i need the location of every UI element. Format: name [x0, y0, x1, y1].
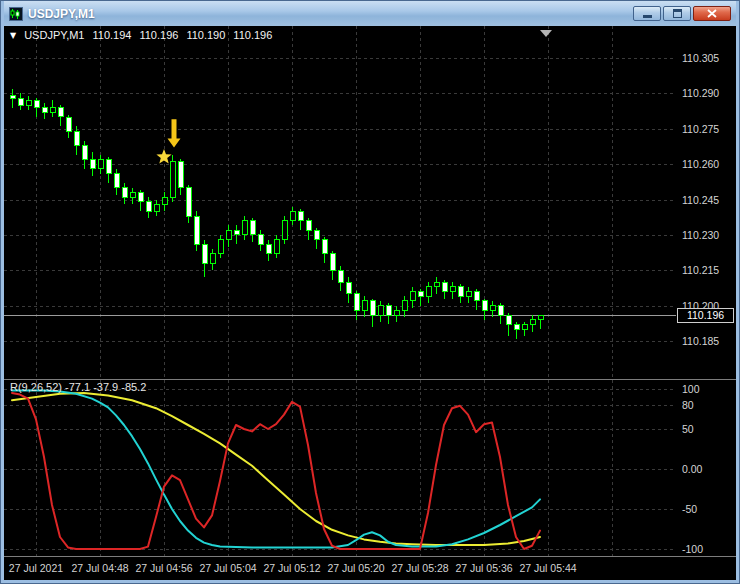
time-axis-label[interactable]: 27 Jul 05:04 — [199, 562, 256, 574]
ohlc-readout: ▼ USDJPY,M1 110.194 110.196 110.190 110.… — [10, 29, 272, 41]
candle-body — [346, 282, 351, 294]
window-controls — [633, 6, 731, 21]
candle-body — [154, 204, 159, 211]
candle-body — [338, 270, 343, 282]
candle-body — [90, 159, 95, 168]
candle-body — [394, 310, 399, 315]
candle-body — [386, 306, 391, 315]
minimize-icon — [643, 15, 652, 18]
minimize-button[interactable] — [633, 6, 661, 21]
price-axis-label[interactable]: 110.305 — [682, 52, 719, 64]
candle-body — [202, 244, 207, 263]
chart-shift-marker[interactable] — [540, 30, 552, 37]
candle-body — [306, 221, 311, 230]
candle-body — [194, 216, 199, 244]
price-axis-label[interactable]: 110.290 — [682, 87, 719, 99]
time-axis-label[interactable]: 27 Jul 05:36 — [455, 562, 512, 574]
time-axis-label[interactable]: 27 Jul 2021 — [9, 562, 63, 574]
candle-body — [66, 117, 71, 131]
candle-body — [442, 282, 447, 291]
candle-body — [506, 315, 511, 324]
window-title: USDJPY,M1 — [28, 7, 95, 21]
down-arrow-annotation[interactable] — [168, 119, 181, 147]
time-axis-label[interactable]: 27 Jul 05:44 — [519, 562, 576, 574]
candle-body — [402, 301, 407, 310]
indicator-line-red — [12, 393, 540, 549]
candle-body — [418, 292, 423, 297]
candle-body — [514, 325, 519, 330]
price-axis-label[interactable]: 110.185 — [682, 335, 719, 347]
price-axis-label[interactable]: 110.260 — [682, 158, 719, 170]
current-price-tag: 110.196 — [677, 308, 734, 323]
candle-body — [426, 287, 431, 296]
candle-body — [434, 282, 439, 287]
candle-body — [258, 235, 263, 244]
indicator-axis-label[interactable]: 100 — [682, 383, 700, 395]
candle-body — [314, 230, 319, 239]
maximize-icon — [673, 9, 682, 18]
candle-body — [106, 159, 111, 173]
header-close: 110.196 — [233, 29, 272, 41]
candle-body — [530, 320, 535, 325]
chart-window-icon — [9, 7, 23, 21]
header-high: 110.196 — [139, 29, 178, 41]
price-axis-label[interactable]: 110.245 — [682, 194, 719, 206]
candle-body — [26, 100, 31, 105]
candle-body — [170, 162, 175, 197]
title-bar[interactable]: USDJPY,M1 — [4, 1, 736, 26]
candle-body — [354, 294, 359, 311]
time-axis-label[interactable]: 27 Jul 04:56 — [135, 562, 192, 574]
candle-body — [42, 108, 47, 113]
candle-body — [282, 221, 287, 240]
candle-body — [122, 188, 127, 197]
price-axis-label[interactable]: 110.215 — [682, 264, 719, 276]
candle-body — [162, 197, 167, 204]
candle-body — [274, 240, 279, 254]
candle-body — [466, 292, 471, 297]
candle-body — [34, 100, 39, 107]
time-axis-label[interactable]: 27 Jul 04:48 — [71, 562, 128, 574]
candle-body — [218, 240, 223, 254]
mt4-chart-window: USDJPY,M1 110.305110.290110.275110.26011… — [0, 0, 740, 584]
symbol-dropdown-arrow-icon[interactable]: ▼ — [10, 31, 16, 40]
candle-body — [266, 244, 271, 253]
header-symbol: USDJPY,M1 — [24, 29, 84, 41]
close-icon — [707, 9, 717, 18]
close-button[interactable] — [693, 6, 731, 21]
candle-body — [250, 221, 255, 235]
time-axis-label[interactable]: 27 Jul 05:28 — [391, 562, 448, 574]
time-axis-label[interactable]: 27 Jul 05:12 — [263, 562, 320, 574]
maximize-button[interactable] — [663, 6, 691, 21]
price-axis-label[interactable]: 110.230 — [682, 229, 719, 241]
candle-body — [410, 292, 415, 301]
candle-body — [378, 306, 383, 315]
indicator-axis-label[interactable]: 50 — [682, 423, 694, 435]
time-axis-label[interactable]: 27 Jul 05:20 — [327, 562, 384, 574]
price-axis-label[interactable]: 110.275 — [682, 123, 719, 135]
candle-body — [322, 240, 327, 254]
star-annotation[interactable] — [156, 149, 171, 163]
candle-body — [242, 221, 247, 235]
indicator-axis-label[interactable]: 80 — [682, 399, 694, 411]
candle-body — [474, 292, 479, 301]
chart-canvas[interactable]: 110.305110.290110.275110.260110.245110.2… — [4, 26, 736, 580]
candle-body — [234, 230, 239, 235]
indicator-axis-label[interactable]: -100 — [682, 543, 703, 555]
candle-body — [226, 230, 231, 239]
candle-body — [50, 108, 55, 113]
candle-body — [178, 162, 183, 188]
candle-body — [98, 159, 103, 168]
candle-body — [290, 211, 295, 220]
header-open: 110.194 — [92, 29, 131, 41]
indicator-axis-label[interactable]: -50 — [682, 503, 697, 515]
candle-body — [362, 301, 367, 310]
candle-body — [370, 301, 375, 315]
candle-body — [482, 301, 487, 310]
indicator-axis-label[interactable]: 0.00 — [682, 463, 703, 475]
candle-body — [450, 287, 455, 292]
indicator-label: R(9,26,52) -77.1 -37.9 -85.2 — [10, 381, 146, 393]
candle-body — [298, 211, 303, 220]
candle-body — [130, 192, 135, 197]
candle-body — [490, 306, 495, 311]
candle-body — [330, 254, 335, 271]
